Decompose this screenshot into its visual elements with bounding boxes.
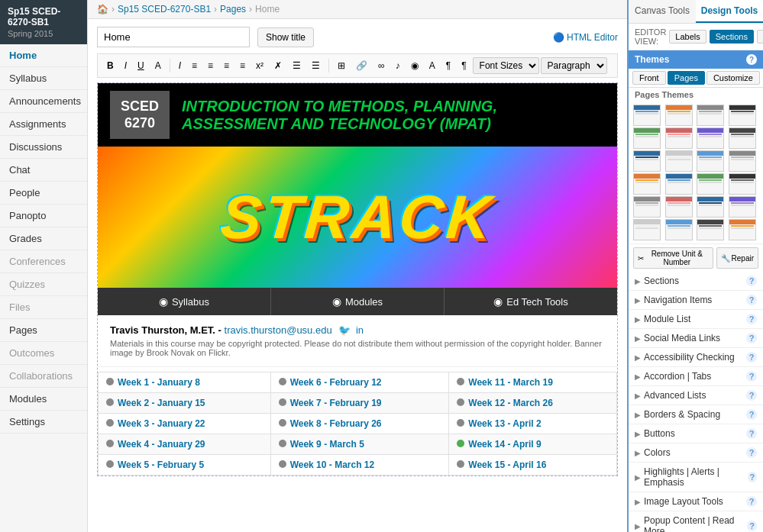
sidebar-item-pages[interactable]: Pages [0,319,87,342]
unordered-list-button[interactable]: ☰ [288,58,306,73]
theme-thumbnail-16[interactable] [633,196,661,218]
week-link[interactable]: Week 9 - March 5 [290,439,364,450]
ordered-list-button[interactable]: ☰ [307,58,325,73]
help-icon[interactable]: ? [746,409,757,420]
help-icon[interactable]: ? [746,333,757,343]
tab-canvas-tools[interactable]: Canvas Tools [629,0,696,23]
sidebar-item-quizzes[interactable]: Quizzes [0,273,87,296]
theme-thumbnail-0[interactable] [633,105,661,126]
panel-item-accessibility-checking[interactable]: ▶Accessibility Checking? [629,348,763,367]
week-link[interactable]: Week 5 - February 5 [118,459,204,470]
panel-item-buttons[interactable]: ▶Buttons? [629,424,763,443]
theme-thumbnail-9[interactable] [665,150,693,172]
help-icon[interactable]: ? [746,295,757,305]
theme-thumbnail-20[interactable] [633,219,661,240]
theme-thumbnail-18[interactable] [697,196,724,218]
theme-thumbnail-11[interactable] [729,150,756,172]
themes-help-icon[interactable]: ? [746,54,757,65]
highlight-button[interactable]: A [425,58,440,73]
week-link[interactable]: Week 2 - January 15 [118,398,205,408]
theme-thumbnail-14[interactable] [697,173,724,195]
sidebar-item-files[interactable]: Files [0,296,87,319]
help-icon[interactable]: ? [746,352,757,363]
ev-labels-btn[interactable]: Labels [669,30,706,44]
align-right-button[interactable]: ≡ [219,58,234,73]
repair-btn[interactable]: 🔧 Repair [716,247,758,269]
panel-item-image-layout-tools[interactable]: ▶Image Layout Tools? [629,492,763,511]
help-icon[interactable]: ? [746,371,757,382]
sidebar-item-chat[interactable]: Chat [0,159,87,182]
circle-button[interactable]: ◉ [406,58,423,73]
html-editor-link[interactable]: 🔵 HTML Editor [553,32,618,43]
sidebar-item-outcomes[interactable]: Outcomes [0,342,87,365]
help-icon[interactable]: ? [748,472,757,482]
sidebar-item-home[interactable]: Home [0,44,87,67]
breadcrumb-course[interactable]: Sp15 SCED-6270-SB1 [118,4,211,15]
theme-thumbnail-17[interactable] [665,196,693,218]
theme-thumbnail-4[interactable] [633,127,661,149]
theme-thumbnail-3[interactable] [729,105,756,126]
theme-thumbnail-13[interactable] [665,173,693,195]
align-left-button[interactable]: ≡ [187,58,202,73]
panel-item-colors[interactable]: ▶Colors? [629,443,763,463]
panel-item-popup-content--read-more[interactable]: ▶Popup Content | Read More? [629,511,763,532]
align-center-button[interactable]: ≡ [203,58,218,73]
strikethrough-button[interactable]: ✗ [270,58,286,73]
week-link[interactable]: Week 13 - April 2 [468,418,541,429]
ltr-button[interactable]: ¶ [441,58,455,73]
align-justify-button[interactable]: ≡ [235,58,250,73]
week-link[interactable]: Week 7 - February 19 [290,398,382,408]
sidebar-item-collaborations[interactable]: Collaborations [0,365,87,388]
show-title-button[interactable]: Show title [257,27,314,47]
sidebar-item-settings[interactable]: Settings [0,411,87,434]
help-icon[interactable]: ? [746,496,757,507]
sidebar-item-discussions[interactable]: Discussions [0,136,87,159]
theme-thumbnail-8[interactable] [633,150,661,172]
rtl-button[interactable]: ¶ [457,58,470,73]
theme-tab-front[interactable]: Front [632,71,666,85]
tab-design-tools[interactable]: Design Tools [696,0,763,23]
twitter-icon[interactable]: 🐦 [338,324,351,336]
theme-thumbnail-19[interactable] [729,196,756,218]
theme-thumbnail-23[interactable] [729,219,756,240]
music-button[interactable]: ♪ [391,58,405,73]
linkedin-icon[interactable]: in [356,324,364,336]
help-icon[interactable]: ? [746,314,757,324]
panel-item-social-media-links[interactable]: ▶Social Media Links? [629,329,763,348]
breadcrumb-home-icon[interactable]: 🏠 [97,4,108,15]
week-link[interactable]: Week 1 - January 8 [118,377,200,388]
theme-thumbnail-22[interactable] [697,219,724,240]
week-link[interactable]: Week 12 - March 26 [468,398,553,408]
font-size-select[interactable]: Font Sizes [473,57,539,74]
instructor-email[interactable]: travis.thurston@usu.edu [225,324,332,336]
italic-button[interactable]: I [120,58,131,73]
paragraph-select[interactable]: Paragraph [541,57,607,74]
help-icon[interactable]: ? [746,428,757,439]
theme-thumbnail-7[interactable] [729,127,756,149]
page-title-input[interactable] [97,27,250,47]
nav-ed-tech[interactable]: ◉ Ed Tech Tools [445,288,617,315]
ev-sections-btn[interactable]: Sections [710,30,754,44]
sidebar-item-modules[interactable]: Modules [0,388,87,411]
superscript-button[interactable]: x² [251,58,268,73]
sidebar-item-panopto[interactable]: Panopto [0,205,87,227]
underline-button[interactable]: U [133,58,149,73]
table-button[interactable]: ⊞ [333,58,350,73]
nav-modules[interactable]: ◉ Modules [271,288,445,315]
theme-tab-customize[interactable]: Customize [706,71,760,85]
bold-button[interactable]: B [102,58,118,73]
panel-item-highlights--alerts--emphasis[interactable]: ▶Highlights | Alerts | Emphasis? [629,463,763,492]
panel-item-sections[interactable]: ▶Sections? [629,272,763,291]
theme-thumbnail-15[interactable] [729,173,756,195]
theme-thumbnail-6[interactable] [697,127,724,149]
week-link[interactable]: Week 11 - March 19 [468,377,553,388]
ev-preview-btn[interactable]: Preview [757,30,763,44]
theme-thumbnail-2[interactable] [697,105,724,126]
remove-unit-btn[interactable]: ✂ Remove Unit & Number [633,247,713,269]
link-button[interactable]: 🔗 [351,58,372,73]
panel-item-borders-&-spacing[interactable]: ▶Borders & Spacing? [629,405,763,424]
week-link[interactable]: Week 6 - February 12 [290,377,382,388]
theme-tab-pages[interactable]: Pages [668,71,705,85]
week-link[interactable]: Week 4 - January 29 [118,439,205,450]
theme-thumbnail-12[interactable] [633,173,661,195]
